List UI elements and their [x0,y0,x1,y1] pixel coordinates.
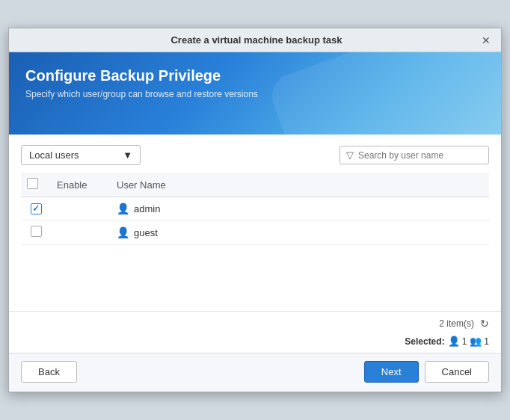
dropdown-label: Local users [29,149,79,161]
close-button[interactable]: ✕ [480,35,492,46]
title-bar: Create a virtual machine backup task ✕ [9,28,501,52]
row-checkbox[interactable]: ✓ [31,203,42,214]
group-icon: 👥 [470,336,482,347]
users-table: Enable User Name ✓👤admin👤guest [21,173,489,245]
username-text: guest [134,227,158,238]
checkmark-icon: ✓ [32,204,40,213]
col-username: User Name [111,173,489,197]
user-selected-count: 1 [462,336,467,347]
row-username-cell: 👤guest [111,220,489,245]
right-buttons: Next Cancel [364,361,489,383]
row-enable-cell [51,197,111,220]
selected-info: Selected: 👤 1 👥 1 [9,333,501,353]
items-count: 2 item(s) [439,318,474,329]
row-enable-cell [51,220,111,245]
user-count-item: 👤 1 [448,336,467,347]
footer-stats: 2 item(s) ↻ [9,311,501,333]
dialog-title: Create a virtual machine backup task [33,34,480,46]
username-text: admin [134,203,160,214]
header-banner: Configure Backup Privilege Specify which… [9,52,501,135]
refresh-button[interactable]: ↻ [480,318,489,330]
row-checkbox-cell: ✓ [21,197,51,220]
back-button[interactable]: Back [21,361,77,383]
toolbar: Local users ▼ ▽ [21,145,489,165]
user-type-dropdown[interactable]: Local users ▼ [21,145,141,165]
row-checkbox-cell [21,220,51,245]
user-icon: 👤 [117,226,129,238]
select-all-checkbox[interactable] [27,178,38,189]
user-icon: 👤 [448,336,460,347]
table-header-row: Enable User Name [21,173,489,197]
dialog: Create a virtual machine backup task ✕ C… [8,28,502,392]
button-bar: Back Next Cancel [9,353,501,392]
table-row: 👤guest [21,220,489,245]
table-row: ✓👤admin [21,197,489,220]
col-enable: Enable [51,173,111,197]
header-subtitle: Specify which user/group can browse and … [25,89,485,99]
content-area: Local users ▼ ▽ Enable User Name [9,135,501,305]
search-input[interactable] [358,150,482,161]
user-icon: 👤 [117,203,129,214]
row-checkbox[interactable] [31,226,42,237]
col-checkbox [21,173,51,197]
selected-label: Selected: [405,336,444,347]
next-button[interactable]: Next [364,361,419,383]
filter-icon: ▽ [346,149,354,161]
header-title: Configure Backup Privilege [25,67,485,84]
chevron-down-icon: ▼ [123,149,132,161]
search-box: ▽ [340,146,489,164]
group-selected-count: 1 [484,336,489,347]
row-username-cell: 👤admin [111,197,489,220]
cancel-button[interactable]: Cancel [425,361,489,383]
group-count-item: 👥 1 [470,336,489,347]
